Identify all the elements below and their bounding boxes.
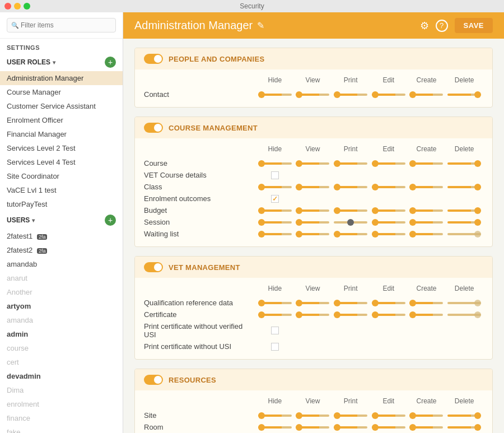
session-hide-slider[interactable]: [258, 221, 292, 224]
enrolment-outcomes-checkbox[interactable]: ✓: [271, 195, 279, 203]
room-view-slider[interactable]: [296, 426, 329, 429]
budget-hide-slider[interactable]: [258, 209, 292, 212]
room-print-slider[interactable]: [334, 426, 367, 429]
sidebar-item-dima[interactable]: Dima: [0, 383, 123, 397]
maximize-button[interactable]: [24, 3, 30, 10]
room-edit-slider[interactable]: [372, 426, 405, 429]
course-edit-slider[interactable]: [372, 162, 405, 165]
add-user-role-button[interactable]: +: [105, 57, 116, 68]
sidebar-item-anarut[interactable]: anarut: [0, 271, 123, 285]
contact-delete-slider[interactable]: [447, 94, 481, 96]
edit-icon[interactable]: ✎: [257, 20, 264, 31]
qr-delete-slider[interactable]: [447, 302, 481, 304]
sidebar-item-devadmin[interactable]: devadmin: [0, 369, 123, 383]
cert-print-slider[interactable]: [334, 314, 367, 316]
help-icon[interactable]: ?: [436, 20, 448, 32]
sidebar-item-customer-service[interactable]: Customer Service Assistant: [0, 99, 123, 113]
class-delete-slider[interactable]: [447, 186, 481, 188]
course-management-toggle[interactable]: [144, 123, 163, 133]
class-create-slider[interactable]: [409, 186, 443, 188]
gear-icon[interactable]: ⚙: [420, 20, 429, 32]
sidebar-item-amandab[interactable]: amandab: [0, 257, 123, 271]
wl-edit-slider[interactable]: [372, 233, 405, 235]
sidebar-item-enrolment-officer[interactable]: Enrolment Officer: [0, 113, 123, 127]
sidebar-item-financial-manager[interactable]: Financial Manager: [0, 127, 123, 141]
sidebar-item-fake[interactable]: fake: [0, 425, 123, 433]
wl-hide-slider[interactable]: [258, 233, 292, 235]
room-create-slider[interactable]: [409, 426, 443, 429]
cert-edit-slider[interactable]: [372, 314, 405, 316]
qr-print-slider[interactable]: [334, 302, 367, 304]
cert-view-slider[interactable]: [296, 314, 329, 316]
user-roles-header[interactable]: USER ROLES ▾ +: [0, 53, 123, 71]
budget-delete-slider[interactable]: [447, 209, 481, 212]
qr-view-slider[interactable]: [296, 302, 329, 304]
class-view-slider[interactable]: [296, 186, 329, 188]
session-create-slider[interactable]: [409, 221, 443, 224]
minimize-button[interactable]: [14, 3, 21, 10]
sidebar-item-vace-lvl[interactable]: VaCE Lvl 1 test: [0, 183, 123, 197]
class-print-slider[interactable]: [334, 186, 367, 188]
course-delete-slider[interactable]: [447, 162, 481, 165]
sidebar-item-services-level-4[interactable]: Services Level 4 Test: [0, 155, 123, 169]
print-cert-verified-usi-checkbox[interactable]: [271, 327, 279, 334]
people-companies-toggle[interactable]: [144, 54, 163, 64]
site-delete-slider[interactable]: [447, 415, 481, 417]
session-print-slider[interactable]: [334, 221, 367, 224]
resources-toggle[interactable]: [144, 375, 163, 385]
sidebar-item-admin[interactable]: admin: [0, 327, 123, 341]
site-view-slider[interactable]: [296, 415, 329, 417]
sidebar-item-admin-manager[interactable]: Administration Manager: [0, 71, 123, 85]
wl-delete-slider[interactable]: [447, 233, 481, 235]
print-cert-no-usi-checkbox[interactable]: [271, 343, 279, 351]
sidebar-item-artyom[interactable]: artyom: [0, 299, 123, 313]
budget-create-slider[interactable]: [409, 209, 443, 212]
vet-management-toggle[interactable]: [144, 262, 163, 272]
sidebar-item-another[interactable]: Another: [0, 285, 123, 299]
contact-create-slider[interactable]: [409, 94, 443, 96]
budget-print-slider[interactable]: [334, 209, 367, 212]
sidebar-item-site-coordinator[interactable]: Site Coordinator: [0, 169, 123, 183]
qr-create-slider[interactable]: [409, 302, 443, 304]
wl-create-slider[interactable]: [409, 233, 443, 235]
cert-hide-slider[interactable]: [258, 314, 292, 316]
cert-create-slider[interactable]: [409, 314, 443, 316]
contact-print-slider[interactable]: [334, 94, 367, 96]
users-header[interactable]: USERS ▾ +: [0, 211, 123, 229]
class-edit-slider[interactable]: [372, 186, 405, 188]
sidebar-item-2fatest2[interactable]: 2fatest2 2fa: [0, 243, 123, 257]
sidebar-item-course-manager[interactable]: Course Manager: [0, 85, 123, 99]
sidebar-item-enrolment[interactable]: enrolment: [0, 397, 123, 411]
site-hide-slider[interactable]: [258, 415, 292, 417]
site-edit-slider[interactable]: [372, 415, 405, 417]
sidebar-item-services-level-2[interactable]: Services Level 2 Test: [0, 141, 123, 155]
budget-view-slider[interactable]: [296, 209, 329, 212]
contact-edit-slider[interactable]: [372, 94, 405, 96]
sidebar-item-tutorpaytest[interactable]: tutorPayTest: [0, 197, 123, 211]
course-create-slider[interactable]: [409, 162, 443, 165]
room-delete-slider[interactable]: [447, 426, 481, 429]
sidebar-item-amanda[interactable]: amanda: [0, 313, 123, 327]
wl-view-slider[interactable]: [296, 233, 329, 235]
session-delete-slider[interactable]: [447, 221, 481, 224]
sidebar-item-course[interactable]: course: [0, 341, 123, 355]
contact-hide-slider[interactable]: [258, 94, 292, 96]
session-edit-slider[interactable]: [372, 221, 405, 224]
sidebar-item-2fatest1[interactable]: 2fatest1 2fa: [0, 229, 123, 243]
wl-print-slider[interactable]: [334, 233, 367, 235]
budget-edit-slider[interactable]: [372, 209, 405, 212]
cert-delete-slider[interactable]: [447, 314, 481, 316]
site-print-slider[interactable]: [334, 415, 367, 417]
close-button[interactable]: [4, 3, 11, 10]
sidebar-item-finance[interactable]: finance: [0, 411, 123, 425]
site-create-slider[interactable]: [409, 415, 443, 417]
qr-edit-slider[interactable]: [372, 302, 405, 304]
search-input[interactable]: [7, 18, 116, 32]
session-view-slider[interactable]: [296, 221, 329, 224]
add-user-button[interactable]: +: [105, 215, 116, 226]
course-print-slider[interactable]: [334, 162, 367, 165]
save-button[interactable]: SAVE: [455, 18, 493, 33]
qr-hide-slider[interactable]: [258, 302, 292, 304]
class-hide-slider[interactable]: [258, 186, 292, 188]
contact-view-slider[interactable]: [296, 94, 329, 96]
